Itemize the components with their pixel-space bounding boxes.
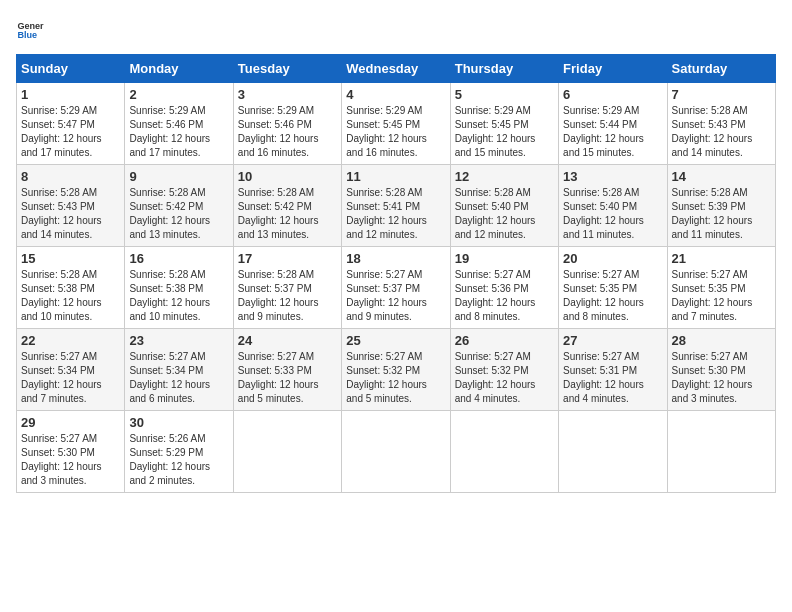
day-number: 2 <box>129 87 228 102</box>
day-info: Sunrise: 5:27 AM Sunset: 5:33 PM Dayligh… <box>238 350 337 406</box>
day-number: 24 <box>238 333 337 348</box>
calendar-cell <box>667 411 775 493</box>
day-number: 16 <box>129 251 228 266</box>
day-info: Sunrise: 5:29 AM Sunset: 5:45 PM Dayligh… <box>346 104 445 160</box>
day-info: Sunrise: 5:27 AM Sunset: 5:37 PM Dayligh… <box>346 268 445 324</box>
calendar-week-5: 29 Sunrise: 5:27 AM Sunset: 5:30 PM Dayl… <box>17 411 776 493</box>
logo: General Blue <box>16 16 44 44</box>
logo-icon: General Blue <box>16 16 44 44</box>
calendar-cell: 15 Sunrise: 5:28 AM Sunset: 5:38 PM Dayl… <box>17 247 125 329</box>
calendar-cell: 18 Sunrise: 5:27 AM Sunset: 5:37 PM Dayl… <box>342 247 450 329</box>
calendar-cell <box>450 411 558 493</box>
day-number: 17 <box>238 251 337 266</box>
day-number: 21 <box>672 251 771 266</box>
day-info: Sunrise: 5:27 AM Sunset: 5:36 PM Dayligh… <box>455 268 554 324</box>
calendar-cell: 20 Sunrise: 5:27 AM Sunset: 5:35 PM Dayl… <box>559 247 667 329</box>
day-info: Sunrise: 5:27 AM Sunset: 5:31 PM Dayligh… <box>563 350 662 406</box>
day-info: Sunrise: 5:29 AM Sunset: 5:46 PM Dayligh… <box>238 104 337 160</box>
day-number: 15 <box>21 251 120 266</box>
day-number: 14 <box>672 169 771 184</box>
calendar-cell: 27 Sunrise: 5:27 AM Sunset: 5:31 PM Dayl… <box>559 329 667 411</box>
day-number: 12 <box>455 169 554 184</box>
calendar-cell: 22 Sunrise: 5:27 AM Sunset: 5:34 PM Dayl… <box>17 329 125 411</box>
calendar-cell: 16 Sunrise: 5:28 AM Sunset: 5:38 PM Dayl… <box>125 247 233 329</box>
day-info: Sunrise: 5:27 AM Sunset: 5:35 PM Dayligh… <box>672 268 771 324</box>
day-number: 22 <box>21 333 120 348</box>
calendar-cell: 3 Sunrise: 5:29 AM Sunset: 5:46 PM Dayli… <box>233 83 341 165</box>
day-info: Sunrise: 5:27 AM Sunset: 5:32 PM Dayligh… <box>455 350 554 406</box>
day-number: 23 <box>129 333 228 348</box>
calendar-cell: 2 Sunrise: 5:29 AM Sunset: 5:46 PM Dayli… <box>125 83 233 165</box>
calendar-cell: 21 Sunrise: 5:27 AM Sunset: 5:35 PM Dayl… <box>667 247 775 329</box>
day-info: Sunrise: 5:27 AM Sunset: 5:35 PM Dayligh… <box>563 268 662 324</box>
calendar-cell: 9 Sunrise: 5:28 AM Sunset: 5:42 PM Dayli… <box>125 165 233 247</box>
day-number: 30 <box>129 415 228 430</box>
day-info: Sunrise: 5:27 AM Sunset: 5:30 PM Dayligh… <box>21 432 120 488</box>
day-info: Sunrise: 5:28 AM Sunset: 5:41 PM Dayligh… <box>346 186 445 242</box>
day-info: Sunrise: 5:27 AM Sunset: 5:32 PM Dayligh… <box>346 350 445 406</box>
day-info: Sunrise: 5:29 AM Sunset: 5:44 PM Dayligh… <box>563 104 662 160</box>
day-info: Sunrise: 5:28 AM Sunset: 5:42 PM Dayligh… <box>238 186 337 242</box>
day-number: 20 <box>563 251 662 266</box>
day-number: 8 <box>21 169 120 184</box>
calendar-cell: 14 Sunrise: 5:28 AM Sunset: 5:39 PM Dayl… <box>667 165 775 247</box>
day-number: 9 <box>129 169 228 184</box>
calendar-cell: 25 Sunrise: 5:27 AM Sunset: 5:32 PM Dayl… <box>342 329 450 411</box>
day-info: Sunrise: 5:28 AM Sunset: 5:40 PM Dayligh… <box>455 186 554 242</box>
day-number: 3 <box>238 87 337 102</box>
calendar-cell <box>342 411 450 493</box>
col-header-sunday: Sunday <box>17 55 125 83</box>
day-number: 11 <box>346 169 445 184</box>
col-header-tuesday: Tuesday <box>233 55 341 83</box>
calendar-cell: 10 Sunrise: 5:28 AM Sunset: 5:42 PM Dayl… <box>233 165 341 247</box>
day-number: 18 <box>346 251 445 266</box>
day-info: Sunrise: 5:28 AM Sunset: 5:38 PM Dayligh… <box>129 268 228 324</box>
col-header-thursday: Thursday <box>450 55 558 83</box>
day-number: 19 <box>455 251 554 266</box>
calendar-cell: 29 Sunrise: 5:27 AM Sunset: 5:30 PM Dayl… <box>17 411 125 493</box>
calendar-week-4: 22 Sunrise: 5:27 AM Sunset: 5:34 PM Dayl… <box>17 329 776 411</box>
calendar-body: 1 Sunrise: 5:29 AM Sunset: 5:47 PM Dayli… <box>17 83 776 493</box>
day-info: Sunrise: 5:29 AM Sunset: 5:46 PM Dayligh… <box>129 104 228 160</box>
day-number: 7 <box>672 87 771 102</box>
day-info: Sunrise: 5:27 AM Sunset: 5:34 PM Dayligh… <box>21 350 120 406</box>
day-info: Sunrise: 5:29 AM Sunset: 5:45 PM Dayligh… <box>455 104 554 160</box>
calendar-cell: 26 Sunrise: 5:27 AM Sunset: 5:32 PM Dayl… <box>450 329 558 411</box>
day-number: 25 <box>346 333 445 348</box>
day-number: 28 <box>672 333 771 348</box>
day-number: 4 <box>346 87 445 102</box>
calendar-cell <box>233 411 341 493</box>
col-header-monday: Monday <box>125 55 233 83</box>
col-header-wednesday: Wednesday <box>342 55 450 83</box>
calendar-cell: 17 Sunrise: 5:28 AM Sunset: 5:37 PM Dayl… <box>233 247 341 329</box>
day-info: Sunrise: 5:28 AM Sunset: 5:37 PM Dayligh… <box>238 268 337 324</box>
day-number: 29 <box>21 415 120 430</box>
day-info: Sunrise: 5:28 AM Sunset: 5:43 PM Dayligh… <box>672 104 771 160</box>
header: General Blue <box>16 16 776 44</box>
calendar-table: SundayMondayTuesdayWednesdayThursdayFrid… <box>16 54 776 493</box>
day-info: Sunrise: 5:27 AM Sunset: 5:30 PM Dayligh… <box>672 350 771 406</box>
svg-text:General: General <box>17 21 44 31</box>
calendar-cell: 8 Sunrise: 5:28 AM Sunset: 5:43 PM Dayli… <box>17 165 125 247</box>
day-number: 5 <box>455 87 554 102</box>
calendar-cell: 6 Sunrise: 5:29 AM Sunset: 5:44 PM Dayli… <box>559 83 667 165</box>
col-header-friday: Friday <box>559 55 667 83</box>
calendar-cell: 30 Sunrise: 5:26 AM Sunset: 5:29 PM Dayl… <box>125 411 233 493</box>
day-number: 6 <box>563 87 662 102</box>
calendar-header-row: SundayMondayTuesdayWednesdayThursdayFrid… <box>17 55 776 83</box>
calendar-cell: 5 Sunrise: 5:29 AM Sunset: 5:45 PM Dayli… <box>450 83 558 165</box>
day-info: Sunrise: 5:26 AM Sunset: 5:29 PM Dayligh… <box>129 432 228 488</box>
day-number: 1 <box>21 87 120 102</box>
day-info: Sunrise: 5:28 AM Sunset: 5:38 PM Dayligh… <box>21 268 120 324</box>
day-number: 10 <box>238 169 337 184</box>
calendar-cell: 1 Sunrise: 5:29 AM Sunset: 5:47 PM Dayli… <box>17 83 125 165</box>
col-header-saturday: Saturday <box>667 55 775 83</box>
calendar-week-3: 15 Sunrise: 5:28 AM Sunset: 5:38 PM Dayl… <box>17 247 776 329</box>
day-info: Sunrise: 5:28 AM Sunset: 5:40 PM Dayligh… <box>563 186 662 242</box>
day-info: Sunrise: 5:29 AM Sunset: 5:47 PM Dayligh… <box>21 104 120 160</box>
day-info: Sunrise: 5:28 AM Sunset: 5:39 PM Dayligh… <box>672 186 771 242</box>
svg-text:Blue: Blue <box>17 30 37 40</box>
calendar-cell: 7 Sunrise: 5:28 AM Sunset: 5:43 PM Dayli… <box>667 83 775 165</box>
day-number: 26 <box>455 333 554 348</box>
calendar-cell: 13 Sunrise: 5:28 AM Sunset: 5:40 PM Dayl… <box>559 165 667 247</box>
